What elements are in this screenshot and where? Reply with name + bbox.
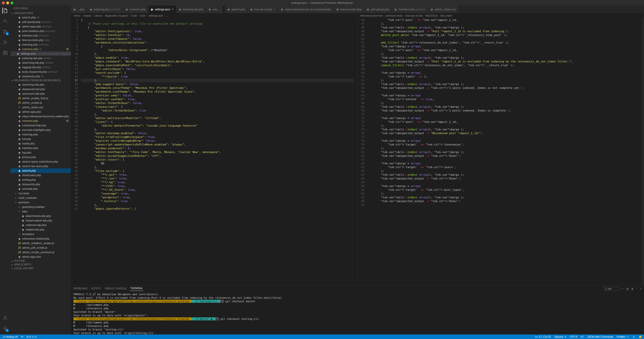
file-item[interactable]: #admin_styles.css <box>11 105 71 109</box>
open-editors-section[interactable]: ▾OPEN EDITORS <box>11 11 71 15</box>
editor-tab[interactable]: ◉common.php <box>123 6 148 13</box>
file-item[interactable]: ◉admin-ajax.pho <box>11 254 71 259</box>
breadcrumb-segment[interactable]: Code <box>131 14 137 17</box>
panel-tab[interactable]: OUTPUT <box>91 287 101 291</box>
status-notifications[interactable]: 🔔 <box>639 335 642 338</box>
open-editor-item[interactable]: ×◉stopwords.phplib <box>11 74 71 79</box>
editor-tab[interactable]: ◉indexing-tab.php <box>176 6 206 13</box>
editor-tab[interactable]: ◉...php <box>71 6 87 13</box>
new-terminal-icon[interactable]: ＋ <box>621 287 624 290</box>
breadcrumb-segment[interactable]: Library <box>94 14 102 17</box>
file-item[interactable]: ◉search-query-restrictions.php <box>11 159 71 164</box>
breadcrumb-segment[interactable]: test_index <box>440 14 452 17</box>
file-item[interactable]: ◉shortcodes.php <box>11 173 71 177</box>
debug-icon[interactable] <box>2 39 8 45</box>
breadcrumb-right[interactable]: relevanssi-premium›premium-tests›test-wp… <box>357 13 644 18</box>
breadcrumb-segment[interactable]: User <box>140 14 146 17</box>
open-editor-item[interactable]: ×◉common.phplibM <box>11 47 71 51</box>
panel-tab[interactable]: PROBLEMS <box>73 287 88 291</box>
breadcrumb-segment[interactable]: test-wp-cli.php <box>406 14 423 17</box>
status-language[interactable]: JSON with Comments <box>587 335 613 338</box>
open-editor-item[interactable]: ×◉searching-tab.phplib/tabs <box>11 60 71 65</box>
editor-tab[interactable]: ◉interface.phppremium <box>392 6 428 13</box>
file-item[interactable]: ◉common.phpM <box>11 119 71 123</box>
search-icon[interactable] <box>2 18 8 24</box>
file-item[interactable]: ◉redirects-tab.php <box>11 223 71 227</box>
breadcrumb-segment[interactable]: msaari <box>83 14 91 17</box>
editor-tab[interactable]: ◉pdf-upload.php <box>364 6 392 13</box>
status-problems[interactable]: ⊘ 0 ⚠ 0 <box>26 335 36 338</box>
panel-tab[interactable]: TERMINAL <box>130 286 143 291</box>
file-item[interactable]: ◉search-tax-query.php <box>11 164 71 168</box>
status-prettier[interactable]: Prettier: ✓ <box>617 335 629 338</box>
file-item[interactable]: ◉search.php <box>11 168 71 173</box>
folder-item[interactable]: templates <box>11 232 71 236</box>
npm-scripts-section[interactable]: ▸NPM SCRIPTS <box>11 263 71 267</box>
folder-item[interactable]: premium <box>11 200 71 205</box>
source-control-icon[interactable]: 2 <box>2 29 8 35</box>
open-editor-item[interactable]: ×◉body-stopwords.phppremium <box>11 69 71 74</box>
local-history-section[interactable]: ▸LOCAL HISTORY <box>11 267 71 270</box>
open-editor-item[interactable]: ×◉interface.phppremium <box>11 33 71 38</box>
file-item[interactable]: JSadmin_metabox_scripts.js <box>11 241 71 245</box>
folder-item[interactable]: mu-tests <box>11 191 71 196</box>
settings-gear-icon[interactable]: 1 <box>2 325 8 331</box>
explorer-icon[interactable] <box>2 8 8 14</box>
file-item[interactable]: ◉contextual-help.php <box>11 123 71 128</box>
open-editor-item[interactable]: ×◉post-metabox.phppremium <box>11 29 71 33</box>
open-editor-item[interactable]: ×◉indexing-tab.phplib/tabs <box>11 56 71 60</box>
close-window-button[interactable] <box>2 2 5 4</box>
file-item[interactable]: ◉import-export-tab.php <box>11 218 71 223</box>
close-icon[interactable]: × <box>274 8 275 11</box>
outline-section[interactable]: ▸OUTLINE <box>11 259 71 263</box>
file-item[interactable]: ◉log.php <box>11 150 71 155</box>
terminal-shell-picker[interactable]: 1: zsh <box>603 287 619 291</box>
file-item[interactable]: JSadmin_scripts.js <box>11 100 71 105</box>
status-eol[interactable]: LF <box>581 335 584 338</box>
file-item[interactable]: ◉init.php <box>11 137 71 141</box>
status-branch[interactable]: ⎇ testing-cli* <box>2 335 18 338</box>
status-spaces[interactable]: Spaces: 4 <box>554 335 566 338</box>
open-editor-item[interactable]: ×◉admin-ajax.phppremium <box>11 24 71 29</box>
folder-item[interactable]: tabs <box>11 209 71 214</box>
terminal-output[interactable]: PHPUnit 7.5.17 by Sebastian Bergmann and… <box>71 291 644 334</box>
open-editor-item[interactable]: ×◉pdf-upload.phppremium <box>11 20 71 24</box>
file-item[interactable]: ◉uninstall.php <box>11 186 71 191</box>
breadcrumb-segment[interactable]: ... <box>166 14 168 17</box>
account-icon[interactable] <box>2 315 8 321</box>
editor-tab[interactable]: ◉test-excerpts.php <box>334 6 364 13</box>
status-feedback[interactable]: ☺ <box>632 335 635 338</box>
status-sync[interactable]: ⟳ <box>21 335 23 338</box>
file-item[interactable]: ◉indexing.php <box>11 132 71 137</box>
file-item[interactable]: ◉privacy.php <box>11 155 71 159</box>
editor-tab[interactable]: ◉test-wp-cli.php× <box>248 6 278 13</box>
breadcrumb-segment[interactable]: relevanssi-premium <box>360 14 383 17</box>
minimize-window-button[interactable] <box>6 2 9 4</box>
editor-tab[interactable]: ◉admin_styles.css <box>428 6 459 13</box>
file-item[interactable]: JSadmin_pdf_scripts.js <box>11 245 71 250</box>
open-editor-item[interactable]: ×◉indexing.phppremium <box>11 42 71 47</box>
status-cursor[interactable]: Ln 17, Col 32 <box>535 335 551 338</box>
file-item[interactable]: ◉sorting.php <box>11 177 71 182</box>
open-editor-item[interactable]: ×◉logging-tab.phplib/tabs <box>11 65 71 69</box>
close-panel-icon[interactable]: × <box>640 287 641 290</box>
open-editor-item[interactable]: ×◉settings.json~/Library/Application Sup… <box>11 51 71 56</box>
open-editor-item[interactable]: ×◉test-excerpts.phptests <box>11 38 71 42</box>
file-item[interactable]: ◉stopwords.php <box>11 182 71 186</box>
breadcrumb-segment[interactable]: WpCliTest <box>425 14 437 17</box>
file-item[interactable]: ◉relevanssi-related.php <box>11 236 71 241</box>
maximize-window-button[interactable] <box>11 2 13 4</box>
folder-item[interactable]: gutenberg-sidebar <box>11 205 71 209</box>
status-encoding[interactable]: UTF-8 <box>570 335 577 338</box>
editor-tab[interactable]: ◉class-relevanssi-wp-cli-command.php <box>278 6 334 13</box>
file-item[interactable]: JSadmin_scripts_premium.js <box>11 250 71 254</box>
breadcrumb-segment[interactable]: Application Support <box>105 14 128 17</box>
breadcrumb-segment[interactable]: settings.json <box>148 14 163 17</box>
panel-tab[interactable]: DEBUG CONSOLE <box>105 287 127 291</box>
maximize-panel-icon[interactable]: ˄ <box>636 287 637 290</box>
workspace-section[interactable]: ▾RELEVANSSI PREMIUM (WORKSPACE) <box>11 79 71 82</box>
code-editor-left[interactable]: 1234567891011121314151617181920212223242… <box>71 18 357 285</box>
kill-terminal-icon[interactable]: 🗑 <box>631 287 634 290</box>
editor-tab[interactable]: ◉search.php <box>225 6 248 13</box>
file-item[interactable]: ◉stopwords-tab.php <box>11 87 71 91</box>
